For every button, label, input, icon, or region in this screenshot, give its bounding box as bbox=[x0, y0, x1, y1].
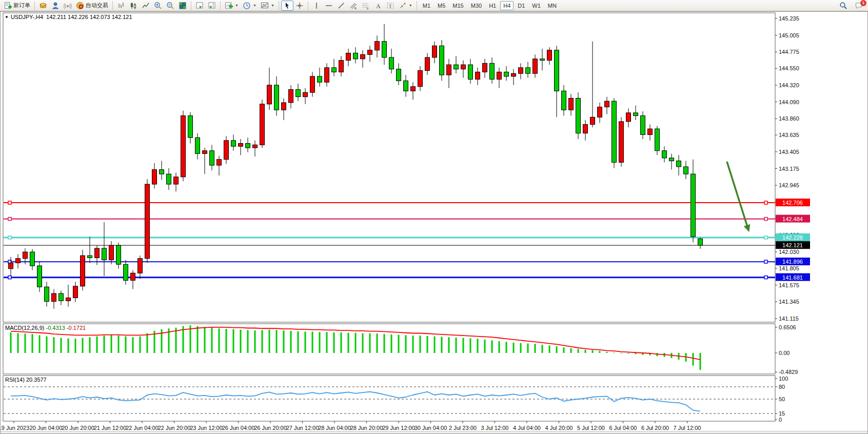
candle bbox=[282, 103, 286, 110]
macd-main-value: -0.4313 bbox=[46, 325, 65, 331]
line-handle[interactable] bbox=[764, 276, 767, 279]
text-label-button[interactable]: T bbox=[384, 1, 397, 11]
timeframe-button-m30[interactable]: M30 bbox=[468, 1, 485, 10]
candlestick-button[interactable] bbox=[127, 1, 140, 11]
candle bbox=[605, 101, 609, 107]
macd-histogram-bar bbox=[61, 338, 62, 353]
search-button[interactable] bbox=[837, 1, 850, 11]
candle bbox=[224, 141, 229, 160]
toolbar-separator bbox=[191, 2, 191, 10]
timeframe-button-m1[interactable]: M1 bbox=[420, 1, 433, 10]
macd-histogram-bar bbox=[262, 330, 263, 353]
time-tick-label: 19 Jun 2023 bbox=[1, 425, 29, 431]
line-handle[interactable] bbox=[8, 236, 11, 239]
timeframe-button-w1[interactable]: W1 bbox=[529, 1, 544, 10]
line-handle[interactable] bbox=[764, 260, 767, 263]
autotrade-button[interactable]: 自动交易 bbox=[74, 1, 110, 11]
crosshair-button[interactable] bbox=[293, 1, 306, 11]
timeframe-button-d1[interactable]: D1 bbox=[515, 1, 528, 10]
macd-histogram-bar bbox=[441, 337, 443, 353]
line-handle[interactable] bbox=[764, 236, 767, 239]
macd-histogram-bar bbox=[254, 330, 256, 353]
auto-scroll-button[interactable] bbox=[193, 1, 206, 11]
candle bbox=[569, 98, 574, 110]
chevron-down-icon: ▼ bbox=[253, 4, 257, 7]
candle bbox=[181, 116, 186, 177]
candle bbox=[37, 266, 42, 287]
price-tick-label: 145.005 bbox=[779, 32, 799, 38]
macd-histogram-bar bbox=[312, 331, 313, 353]
timeframe-button-m5[interactable]: M5 bbox=[435, 1, 448, 10]
timeframe-button-mn[interactable]: MN bbox=[545, 1, 560, 10]
macd-histogram-bar bbox=[233, 329, 234, 353]
price-line-label-text: 142.228 bbox=[782, 234, 803, 241]
line-handle[interactable] bbox=[764, 201, 767, 204]
macd-histogram-bar bbox=[592, 350, 594, 353]
candle bbox=[483, 63, 487, 72]
zoom-out-button[interactable] bbox=[164, 1, 176, 11]
candle bbox=[447, 65, 451, 75]
macd-indicator-label: MACD(12,26,9) -0.4313 -0.1721 bbox=[5, 325, 86, 331]
indicators-button[interactable]: ▼ bbox=[223, 1, 241, 11]
horizontal-line-button[interactable] bbox=[323, 1, 335, 11]
text-button[interactable]: A bbox=[372, 1, 384, 11]
macd-histogram-bar bbox=[240, 330, 242, 353]
macd-histogram-bar bbox=[10, 332, 12, 353]
macd-histogram-bar bbox=[197, 326, 199, 353]
chart-window: 145.235145.005144.775144.550144.320144.0… bbox=[0, 11, 868, 434]
candle bbox=[533, 59, 538, 73]
templates-button[interactable]: ▼ bbox=[259, 1, 277, 11]
candle bbox=[598, 107, 602, 117]
timeframe-button-m15[interactable]: M15 bbox=[449, 1, 466, 10]
chart-shift-button[interactable] bbox=[206, 1, 218, 11]
bar-chart-button[interactable] bbox=[115, 1, 127, 11]
fibonacci-button[interactable]: F bbox=[360, 1, 372, 11]
candle bbox=[310, 76, 315, 92]
macd-histogram-bar bbox=[520, 343, 522, 353]
candle bbox=[425, 57, 430, 71]
candle bbox=[332, 68, 337, 72]
candle bbox=[562, 91, 566, 110]
candle bbox=[440, 46, 444, 75]
candle bbox=[648, 129, 653, 134]
candle bbox=[289, 89, 293, 103]
symbol-dropdown-icon[interactable]: ▼ bbox=[5, 15, 9, 19]
candle bbox=[23, 252, 28, 259]
line-chart-button[interactable] bbox=[140, 1, 152, 11]
vertical-line-button[interactable] bbox=[310, 1, 323, 11]
arrow-objects-button[interactable]: ▼ bbox=[397, 1, 415, 11]
svg-text:T: T bbox=[389, 3, 392, 8]
timeframe-button-h4[interactable]: H4 bbox=[500, 1, 514, 10]
macd-histogram-bar bbox=[420, 336, 421, 353]
price-tick-label: 141.805 bbox=[779, 265, 799, 271]
macd-histogram-bar bbox=[513, 343, 515, 353]
time-tick-label: 22 Jun 04:00 bbox=[126, 425, 159, 431]
tile-windows-button[interactable] bbox=[176, 1, 189, 11]
macd-histogram-bar bbox=[456, 338, 457, 353]
candle bbox=[691, 174, 696, 236]
candle bbox=[461, 65, 466, 69]
community-button[interactable] bbox=[49, 1, 62, 11]
price-alert-button[interactable] bbox=[37, 1, 49, 11]
line-chart-icon bbox=[142, 2, 150, 10]
candle bbox=[260, 104, 265, 145]
macd-histogram-bar bbox=[276, 330, 278, 353]
cursor-button[interactable] bbox=[281, 1, 293, 11]
line-handle[interactable] bbox=[8, 218, 11, 221]
price-tick-label: 143.405 bbox=[779, 149, 799, 155]
zoom-in-button[interactable] bbox=[152, 1, 164, 11]
channel-button[interactable]: E bbox=[347, 1, 360, 11]
timeframe-button-h1[interactable]: H1 bbox=[486, 1, 499, 10]
signals-button[interactable] bbox=[62, 1, 74, 11]
macd-histogram-bar bbox=[125, 337, 127, 353]
fibonacci-icon: F bbox=[362, 2, 370, 10]
chat-button[interactable]: 1 bbox=[853, 1, 865, 11]
trendline-button[interactable] bbox=[335, 1, 347, 11]
macd-histogram-bar bbox=[412, 336, 414, 353]
line-handle[interactable] bbox=[764, 218, 767, 221]
line-handle[interactable] bbox=[8, 276, 11, 279]
new-order-button[interactable]: 新订单 bbox=[2, 1, 32, 11]
svg-text:F: F bbox=[367, 7, 369, 10]
line-handle[interactable] bbox=[8, 201, 11, 204]
periods-button[interactable]: ▼ bbox=[241, 1, 259, 11]
